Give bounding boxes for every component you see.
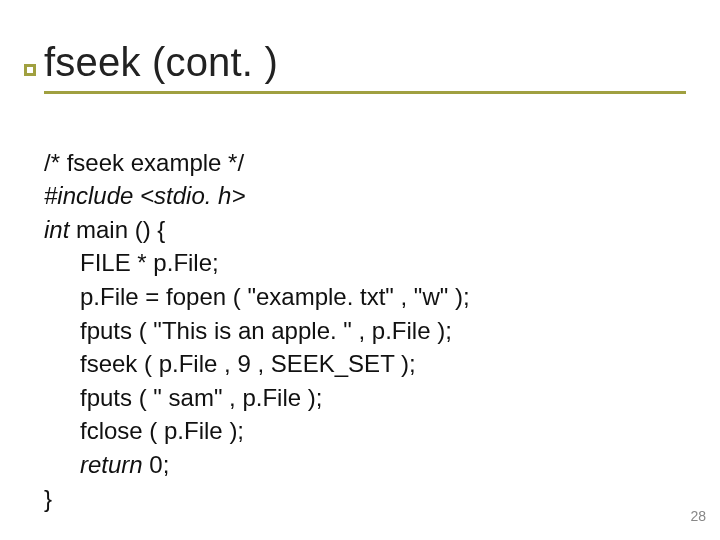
title-underline [44,91,686,94]
code-line-9: fclose ( p.File ); [44,414,686,448]
code-line-5: p.File = fopen ( "example. txt" , "w" ); [44,280,686,314]
code-line-3-keyword: int [44,216,69,243]
code-line-7: fseek ( p.File , 9 , SEEK_SET ); [44,347,686,381]
slide-title: fseek (cont. ) [44,40,686,85]
code-line-6: fputs ( "This is an apple. " , p.File ); [44,314,686,348]
code-line-8: fputs ( " sam" , p.File ); [44,381,686,415]
code-line-10-keyword: return [80,451,143,478]
code-block: /* fseek example */ #include <stdio. h> … [44,112,686,540]
code-line-10-rest: 0; [143,451,170,478]
code-line-3-rest: main () { [69,216,165,243]
code-line-1: /* fseek example */ [44,149,244,176]
code-line-2-rest: <stdio. h> [133,182,245,209]
page-number: 28 [690,508,706,524]
code-line-2-keyword: #include [44,182,133,209]
code-line-4: FILE * p.File; [44,246,686,280]
slide: fseek (cont. ) /* fseek example */ #incl… [0,0,720,540]
code-line-10: return 0; [44,448,686,482]
code-line-11: } [44,485,52,512]
accent-bullet-icon [24,64,36,76]
